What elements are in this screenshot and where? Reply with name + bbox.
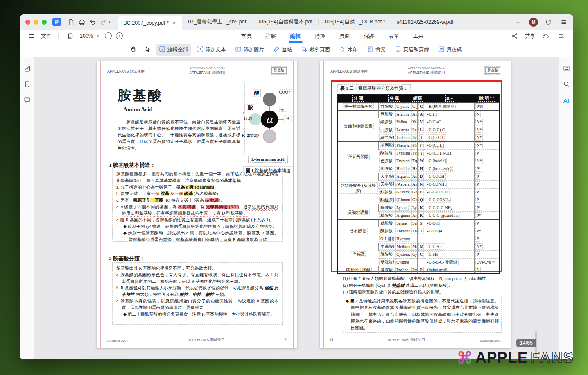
table-cell[interactable]: P* (475, 165, 499, 173)
table-cell[interactable]: -C(OH)-C (425, 227, 475, 235)
table-cell[interactable]: 酪胺酸 (378, 149, 394, 157)
ribbon-tab-頁面[interactable]: 頁面 (339, 30, 351, 42)
table-cell[interactable]: -C-SH (425, 250, 475, 258)
table-cell[interactable]: P* (475, 211, 499, 219)
table-cell[interactable]: Proline (394, 266, 410, 274)
table-cell[interactable]: Val (410, 118, 417, 126)
figure-2-note[interactable]: ◆ 圖 2 是特地設計用來說明各胺基酸的構造關係，不是代謝途徑，請特別注意。圖中… (343, 297, 502, 333)
table-cell[interactable]: -C-C-C-[guanidine] (425, 211, 475, 219)
table-cell[interactable]: Lysine (394, 204, 410, 211)
table-cell[interactable]: H (418, 165, 425, 173)
table-cell[interactable]: Histidine (394, 165, 410, 173)
tool-button-watermark[interactable]: 水印 (336, 44, 361, 56)
table-cell[interactable]: (imino acid) (425, 266, 475, 274)
page-fit-icon[interactable] (65, 31, 76, 41)
table-cell[interactable]: -C-[imidazole] (425, 165, 475, 173)
zoom-in-button[interactable]: + (116, 32, 123, 39)
table-cell[interactable]: Trp (410, 157, 417, 165)
category-cell[interactable]: 含額外酸基 (及其醯胺) (338, 173, 378, 204)
new-document-icon[interactable] (66, 17, 77, 27)
table-cell[interactable]: L (418, 126, 425, 134)
table-cell[interactable]: 甲基胺酸 (378, 243, 394, 250)
ribbon-tab-轉換[interactable]: 轉換 (314, 30, 326, 42)
hand-tool-button[interactable] (128, 44, 139, 56)
table-cell[interactable]: Methionine (394, 243, 410, 250)
table-cell[interactable]: Phenylalanine (394, 141, 410, 149)
table-cell[interactable]: Valine (394, 118, 410, 126)
table-cell[interactable]: K (418, 204, 425, 211)
account-avatar[interactable]: M (529, 18, 538, 27)
table-cell[interactable]: -C-C-CONH₂ (425, 196, 475, 204)
category-cell[interactable]: 含芳香基團 (338, 141, 378, 173)
table-cell[interactable]: Cys (410, 250, 417, 258)
table-cell[interactable]: Glycine (394, 102, 410, 110)
table-cell[interactable]: C (418, 250, 425, 258)
table-cell[interactable]: Tryptophan (394, 157, 410, 165)
table-cell[interactable]: E (418, 188, 425, 196)
tool-button-crop[interactable]: 裁剪頁面 (298, 44, 333, 56)
table-cell[interactable]: Cys-Cys ⁽²⁾ (475, 258, 499, 266)
table-cell[interactable]: 色胺酸 (378, 157, 394, 165)
table-cell[interactable]: P (475, 188, 499, 196)
table-cell[interactable]: Lys (410, 204, 417, 211)
table-cell[interactable]: 甘胺酸 (378, 102, 394, 110)
table-cell[interactable]: I (418, 134, 425, 141)
table-cell[interactable]: S (418, 219, 425, 227)
table-cell[interactable]: Asn (410, 180, 417, 188)
table-cell[interactable]: Isoleucine (394, 134, 410, 141)
tool-button-header-footer[interactable]: 頁眉和頁腳 (391, 44, 432, 56)
table-cell[interactable]: -C-CONH₂ (425, 180, 475, 188)
tool-button-background[interactable]: 背景 (364, 44, 389, 56)
table-cell[interactable]: (Glutamine) (394, 196, 410, 204)
table-cell[interactable]: Met (410, 243, 417, 250)
share-label[interactable]: 共享 (525, 32, 536, 40)
title-block[interactable]: 胺基酸 Amino Acid 胺基酸是構成蛋白質的基本單位，而蛋白質是生物体内最… (113, 83, 245, 154)
table-cell[interactable]: Aspartic acid (394, 173, 410, 180)
table-cell[interactable]: -C-C(C)-C (425, 126, 475, 134)
bookmarks-panel-icon[interactable] (20, 78, 34, 90)
table-cell[interactable]: 酥胺酸 (378, 227, 394, 235)
table-cell[interactable]: Ala (410, 110, 417, 118)
table-cell[interactable]: Leucine (394, 126, 410, 134)
pdf-page-7[interactable]: APPLEFANS 測試使用 APPLEFANS-0013-PDNob APPL… (97, 61, 297, 348)
table-cell[interactable]: 纈胺酸 (378, 118, 394, 126)
table-cell[interactable]: T (418, 227, 425, 235)
new-tab-button[interactable]: + (512, 18, 524, 26)
ribbon-tab-首頁[interactable]: 首頁 (240, 30, 253, 42)
ribbon-tab-工具[interactable]: 工具 (412, 30, 425, 42)
table-cell[interactable]: -H (構造最簡單) (425, 102, 475, 110)
table-cell[interactable]: N (475, 266, 499, 274)
table-cell[interactable]: P (475, 173, 499, 180)
document-tab[interactable]: s41392-025-02269-w.pdf (391, 16, 459, 28)
zoom-dropdown-icon[interactable]: ▾ (97, 34, 99, 38)
table-cell[interactable]: -C(C)-C-C (425, 134, 475, 141)
table-cell[interactable]: F (418, 141, 425, 149)
category-cell[interactable]: 唯一對稱胺基酸 (338, 102, 378, 110)
table-cell[interactable]: P* (475, 227, 499, 235)
table-cell[interactable]: Tyr (410, 149, 417, 157)
table-cell[interactable]: 麩醯胺酸 (378, 196, 394, 204)
table-cell[interactable]: Tyrosine (394, 149, 410, 157)
category-cell[interactable]: 含有硫 (338, 243, 378, 266)
ribbon-tab-編輯[interactable]: 編輯 (289, 30, 302, 42)
table-cell[interactable]: P (475, 219, 499, 227)
table-cell[interactable]: -C-C-C-C-NH₂ (425, 204, 475, 211)
table-cell[interactable]: -C-COOH (425, 173, 475, 180)
table-cell[interactable]: Alanine (394, 110, 410, 118)
table-cell[interactable]: N* (475, 126, 499, 134)
table-cell[interactable]: M (418, 243, 425, 250)
comments-panel-icon[interactable] (20, 93, 34, 106)
file-menu-icon[interactable] (26, 31, 37, 41)
table-cell[interactable]: Y (418, 149, 425, 157)
table-cell[interactable]: -C(C)-C (425, 118, 475, 126)
tool-button-add-text[interactable]: 添加文本 (194, 44, 229, 56)
table-cell[interactable]: His (410, 165, 417, 173)
cursor-tool-button[interactable] (142, 44, 153, 56)
table-cell[interactable]: N* (475, 118, 499, 126)
close-tab-icon[interactable]: × (172, 20, 177, 26)
document-tab[interactable]: BC 2007_copy.pdf *× (118, 16, 183, 30)
tool-button-edit-all[interactable]: 編輯全部 (156, 44, 191, 56)
table-cell[interactable]: Pro (410, 266, 417, 274)
table-cell[interactable]: Cysteine (394, 250, 410, 258)
table-cell[interactable]: 離胺酸 (378, 204, 394, 211)
